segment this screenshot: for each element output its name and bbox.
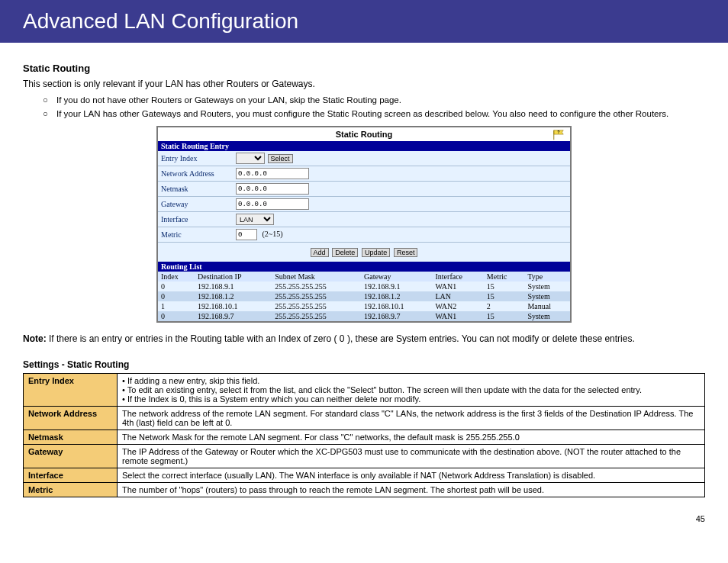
help-icon[interactable]: ? — [552, 129, 565, 141]
table-row: 0 192.168.1.2 255.255.255.255 192.168.1.… — [158, 291, 570, 301]
netmask-label: Netmask — [158, 182, 233, 197]
col-metric: Metric — [484, 272, 525, 282]
page-title: Advanced LAN Configuration — [23, 9, 298, 33]
page-number: 45 — [0, 505, 728, 529]
select-button[interactable]: Select — [268, 154, 293, 163]
bullet-item: If you do not have other Routers or Gate… — [46, 95, 705, 105]
settings-row: Network Address The network address of t… — [24, 407, 705, 430]
section-heading: Static Routing — [23, 63, 705, 74]
routing-list-table: Index Destination IP Subnet Mask Gateway… — [158, 272, 570, 321]
metric-input[interactable] — [236, 229, 257, 240]
settings-text: The Network Mask for the remote LAN segm… — [118, 430, 705, 445]
gateway-input[interactable] — [236, 198, 309, 210]
page-banner: Advanced LAN Configuration — [0, 0, 728, 43]
table-row: 0 192.168.9.1 255.255.255.255 192.168.9.… — [158, 282, 570, 291]
static-routing-panel: Static Routing ? Static Routing Entry En… — [156, 126, 572, 323]
settings-label: Gateway — [24, 445, 118, 468]
svg-text:?: ? — [557, 130, 559, 134]
settings-label: Metric — [24, 483, 118, 497]
gateway-label: Gateway — [158, 197, 233, 212]
panel-title-bar: Static Routing ? — [158, 127, 570, 141]
entry-index-label: Entry Index — [158, 151, 233, 166]
update-button[interactable]: Update — [362, 248, 390, 257]
table-row: 0 192.168.9.7 255.255.255.255 192.168.9.… — [158, 311, 570, 321]
interface-label: Interface — [158, 212, 233, 227]
netaddr-input[interactable] — [236, 168, 309, 179]
entry-header: Static Routing Entry — [158, 141, 570, 151]
col-type: Type — [524, 272, 570, 282]
panel-title: Static Routing — [336, 130, 393, 139]
settings-text: • If adding a new entry, skip this field… — [118, 374, 705, 407]
col-index: Index — [158, 272, 195, 282]
delete-button[interactable]: Delete — [332, 248, 358, 257]
netaddr-label: Network Address — [158, 166, 233, 182]
settings-text: The IP Address of the Gateway or Router … — [118, 445, 705, 468]
bullet-list: If you do not have other Routers or Gate… — [23, 95, 705, 118]
settings-row: Gateway The IP Address of the Gateway or… — [24, 445, 705, 468]
settings-row: Netmask The Network Mask for the remote … — [24, 430, 705, 445]
settings-text: The number of "hops" (routers) to pass t… — [118, 483, 705, 497]
settings-label: Network Address — [24, 407, 118, 430]
metric-label: Metric — [158, 227, 233, 243]
settings-row: Interface Select the correct interface (… — [24, 468, 705, 483]
col-mask: Subnet Mask — [272, 272, 361, 282]
col-dest: Destination IP — [195, 272, 272, 282]
list-header: Routing List — [158, 262, 570, 272]
settings-label: Entry Index — [24, 374, 118, 407]
section-intro: This section is only relevant if your LA… — [23, 79, 705, 89]
entry-form: Entry Index Select Network Address Netma… — [158, 151, 570, 243]
settings-table: Entry Index • If adding a new entry, ski… — [23, 373, 705, 497]
note-text: Note: If there is an entry or entries in… — [23, 333, 705, 344]
add-button[interactable]: Add — [311, 248, 329, 257]
col-gw: Gateway — [361, 272, 433, 282]
settings-label: Interface — [24, 468, 118, 483]
settings-text: The network address of the remote LAN se… — [118, 407, 705, 430]
metric-hint: (2~15) — [263, 230, 283, 238]
page-body: Static Routing This section is only rele… — [0, 43, 728, 505]
settings-heading: Settings - Static Routing — [23, 359, 705, 370]
reset-button[interactable]: Reset — [394, 248, 418, 257]
interface-select[interactable]: LAN — [236, 214, 274, 225]
settings-row: Metric The number of "hops" (routers) to… — [24, 483, 705, 497]
settings-row: Entry Index • If adding a new entry, ski… — [24, 374, 705, 407]
netmask-input[interactable] — [236, 183, 309, 195]
bullet-item: If your LAN has other Gateways and Route… — [46, 109, 705, 118]
entry-index-select[interactable] — [236, 153, 265, 164]
settings-label: Netmask — [24, 430, 118, 445]
settings-text: Select the correct interface (usually LA… — [118, 468, 705, 483]
table-row: 1 192.168.10.1 255.255.255.255 192.168.1… — [158, 301, 570, 311]
button-row: Add Delete Update Reset — [158, 243, 570, 262]
col-iface: Interface — [433, 272, 484, 282]
